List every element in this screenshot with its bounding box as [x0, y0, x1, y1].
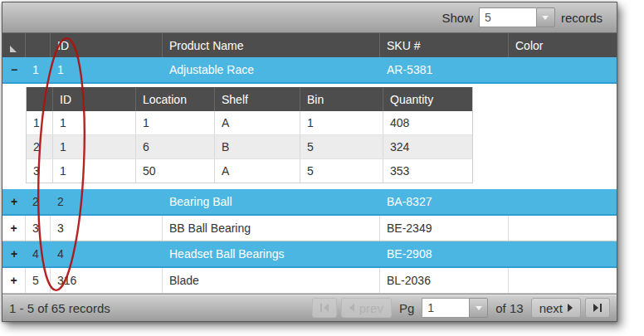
grid-row-1[interactable]: − 1 1 Adjustable Race AR-5381: [2, 57, 617, 84]
row-number: 1: [26, 57, 51, 82]
subgrid-cell-location: 1: [136, 111, 215, 134]
subgrid-cell-shelf: B: [215, 135, 300, 158]
cell-product-name: Headset Ball Bearings: [163, 241, 380, 266]
subgrid-header-id[interactable]: ID: [53, 87, 136, 111]
cell-product-name: Adjustable Race: [163, 57, 380, 82]
next-label: next: [539, 301, 563, 315]
show-label: Show: [442, 11, 473, 25]
subgrid-header-location[interactable]: Location: [136, 87, 215, 111]
cell-product-name: Blade: [163, 268, 380, 293]
prev-label: prev: [359, 301, 383, 315]
cell-id: 3: [51, 216, 163, 241]
subgrid-row-number: 3: [27, 159, 53, 183]
subgrid-cell-quantity: 353: [383, 159, 472, 183]
row-detail-panel: ID Location Shelf Bin Quantity 1 1 1 A 1…: [2, 84, 617, 189]
subgrid-row-1[interactable]: 1 1 1 A 1 408: [27, 111, 472, 135]
chevron-down-icon: [542, 16, 549, 20]
subgrid-cell-bin: 1: [300, 111, 383, 134]
cell-color: [509, 241, 617, 266]
grid-row-5[interactable]: + 5 316 Blade BL-2036: [2, 268, 617, 294]
prev-page-button[interactable]: prev: [341, 298, 392, 318]
grid-row-4[interactable]: + 4 4 Headset Ball Bearings BE-2908: [2, 241, 617, 268]
row-number: 2: [26, 189, 51, 214]
pagination: prev Pg of 13 next: [312, 298, 610, 318]
collapse-row-button[interactable]: −: [2, 57, 26, 82]
expand-row-button[interactable]: +: [2, 268, 26, 293]
expand-row-button[interactable]: +: [2, 241, 26, 266]
subgrid-cell-quantity: 324: [383, 135, 472, 158]
records-summary: 1 - 5 of 65 records: [9, 301, 110, 315]
cell-id: 316: [51, 268, 163, 293]
page-size-select: [479, 7, 555, 27]
subgrid-cell-id: 1: [53, 135, 136, 158]
subgrid-cell-id: 1: [53, 111, 136, 134]
cell-color: [509, 189, 617, 214]
next-icon: [568, 304, 573, 312]
grid-row-3[interactable]: + 3 3 BB Ball Bearing BE-2349: [2, 216, 617, 241]
page-select: [422, 298, 488, 318]
column-header-sku[interactable]: SKU #: [380, 33, 509, 57]
subgrid-cell-bin: 5: [300, 135, 383, 158]
cell-product-name: Bearing Ball: [163, 189, 380, 214]
subgrid-cell-id: 1: [53, 159, 136, 183]
chevron-down-icon: [476, 306, 482, 310]
expand-row-button[interactable]: +: [2, 189, 26, 214]
first-page-button[interactable]: [312, 298, 337, 318]
cell-sku: AR-5381: [380, 57, 509, 82]
page-size-input[interactable]: [479, 7, 536, 27]
cell-sku: BE-2908: [380, 241, 509, 266]
corner-triangle-icon: [10, 46, 17, 52]
page-label: Pg: [399, 301, 414, 315]
subgrid-cell-shelf: A: [215, 111, 300, 134]
grid-header-row: ID Product Name SKU # Color: [2, 33, 617, 57]
cell-color: [509, 216, 617, 241]
subgrid-header-row: ID Location Shelf Bin Quantity: [27, 87, 472, 111]
cell-sku: BL-2036: [380, 268, 509, 293]
grid-footer: 1 - 5 of 65 records prev Pg of 13 next: [2, 294, 617, 321]
subgrid-cell-shelf: A: [215, 159, 300, 183]
cell-id: 4: [51, 241, 163, 266]
column-header-color[interactable]: Color: [509, 33, 617, 57]
subgrid-cell-location: 6: [136, 135, 215, 158]
subgrid-row-number: 2: [27, 135, 53, 158]
page-size-dropdown-button[interactable]: [536, 7, 555, 27]
records-label: records: [561, 11, 603, 25]
subgrid-cell-quantity: 408: [383, 111, 472, 134]
collapse-all-corner: [2, 33, 26, 57]
row-number-header: [26, 33, 51, 57]
cell-color: [509, 57, 617, 82]
page-dropdown-button[interactable]: [469, 298, 488, 318]
next-page-button[interactable]: next: [531, 298, 581, 318]
cell-id: 2: [51, 189, 163, 214]
subgrid-header-bin[interactable]: Bin: [300, 87, 383, 111]
subgrid-header-shelf[interactable]: Shelf: [215, 87, 300, 111]
product-data-grid: Show records ID Product Name SKU # Color…: [2, 2, 617, 322]
last-page-button[interactable]: [585, 298, 610, 318]
column-header-id[interactable]: ID: [51, 33, 163, 57]
cell-sku: BE-2349: [380, 216, 509, 241]
grid-row-2[interactable]: + 2 2 Bearing Ball BA-8327: [2, 189, 617, 216]
inventory-subgrid: ID Location Shelf Bin Quantity 1 1 1 A 1…: [26, 87, 473, 183]
column-header-product-name[interactable]: Product Name: [163, 33, 380, 57]
cell-sku: BA-8327: [380, 189, 509, 214]
subgrid-header-quantity[interactable]: Quantity: [383, 87, 472, 111]
expand-row-button[interactable]: +: [2, 216, 26, 241]
subgrid-row-number: 1: [27, 111, 53, 134]
last-page-icon: [593, 304, 602, 312]
first-page-icon: [320, 304, 329, 312]
subgrid-row-number-header: [27, 87, 53, 111]
cell-id: 1: [51, 57, 163, 82]
subgrid-cell-bin: 5: [300, 159, 383, 183]
cell-product-name: BB Ball Bearing: [163, 216, 380, 241]
subgrid-cell-location: 50: [136, 159, 215, 183]
page-number-input[interactable]: [422, 298, 469, 318]
subgrid-row-3[interactable]: 3 1 50 A 5 353: [27, 159, 472, 183]
subgrid-row-2[interactable]: 2 1 6 B 5 324: [27, 135, 472, 159]
total-pages-label: of 13: [495, 301, 523, 315]
cell-color: [509, 268, 617, 293]
row-number: 4: [26, 241, 51, 266]
row-number: 5: [26, 268, 51, 293]
grid-toolbar: Show records: [2, 2, 617, 33]
row-number: 3: [26, 216, 51, 241]
prev-icon: [349, 304, 354, 312]
